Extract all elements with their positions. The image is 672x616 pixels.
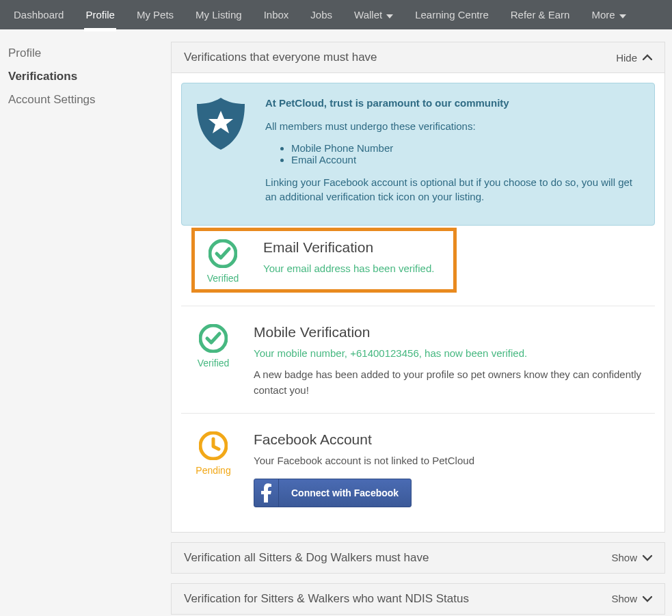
verification-message: Your email address has been verified. (263, 261, 446, 276)
trust-info-box: At PetCloud, trust is paramount to our c… (181, 83, 655, 226)
toggle-label: Show (611, 593, 637, 604)
nav-more[interactable]: More (580, 0, 636, 29)
panel-everyone: Verifications that everyone must have Hi… (171, 42, 665, 533)
nav-label: Jobs (310, 9, 332, 21)
caret-down-icon (386, 9, 393, 21)
chevron-down-icon (643, 595, 652, 602)
panel-title: Verification for Sitters & Walkers who w… (184, 592, 469, 606)
status-label: Verified (207, 273, 239, 284)
panel-sitters-walkers: Verification all Sitters & Dog Walkers m… (171, 542, 665, 574)
chevron-down-icon (643, 554, 652, 561)
nav-my-pets[interactable]: My Pets (126, 0, 185, 29)
status-label: Verified (198, 358, 230, 369)
clock-circle-icon (199, 431, 228, 462)
panel-toggle: Hide (616, 52, 652, 64)
nav-label: My Pets (137, 9, 174, 21)
check-circle-icon (209, 239, 237, 270)
sidebar-item-verifications[interactable]: Verifications (7, 65, 157, 88)
shield-star-icon (194, 96, 247, 213)
nav-label: Dashboard (14, 9, 64, 21)
verification-description: A new badge has been added to your profi… (254, 367, 644, 398)
nav-learning-centre[interactable]: Learning Centre (404, 0, 500, 29)
verification-message: Your mobile number, +61400123456, has no… (254, 346, 644, 360)
caret-down-icon (619, 9, 626, 21)
main-content: Verifications that everyone must have Hi… (171, 42, 665, 616)
facebook-icon (254, 479, 279, 507)
panel-title: Verifications that everyone must have (184, 51, 377, 64)
sidebar-item-profile[interactable]: Profile (7, 42, 157, 65)
nav-label: My Listing (196, 9, 242, 21)
check-circle-icon (199, 324, 228, 355)
toggle-label: Show (611, 552, 637, 563)
panel-toggle: Show (611, 593, 652, 604)
button-label: Connect with Facebook (279, 479, 411, 507)
sidebar: Profile Verifications Account Settings (7, 42, 171, 616)
top-nav: Dashboard Profile My Pets My Listing Inb… (0, 0, 672, 29)
panel-ndis: Verification for Sitters & Walkers who w… (171, 583, 665, 615)
verification-title: Mobile Verification (254, 324, 644, 340)
nav-profile[interactable]: Profile (75, 0, 126, 29)
nav-my-listing[interactable]: My Listing (185, 0, 253, 29)
info-line1: All members must undergo these verificat… (265, 119, 639, 134)
toggle-label: Hide (616, 52, 637, 64)
nav-inbox[interactable]: Inbox (253, 0, 300, 29)
panel-header-everyone[interactable]: Verifications that everyone must have Hi… (172, 42, 664, 73)
info-line2: Linking your Facebook account is optiona… (265, 175, 639, 205)
info-bullet: Mobile Phone Number (291, 142, 639, 154)
nav-refer-earn[interactable]: Refer & Earn (500, 0, 581, 29)
chevron-up-icon (643, 54, 652, 61)
info-bullet: Email Account (291, 154, 639, 165)
nav-dashboard[interactable]: Dashboard (3, 0, 75, 29)
nav-label: Inbox (264, 9, 289, 21)
verification-description: Your Facebook account is not linked to P… (254, 453, 644, 469)
panel-toggle: Show (611, 552, 652, 563)
panel-title: Verification all Sitters & Dog Walkers m… (184, 551, 429, 565)
nav-label: Learning Centre (415, 9, 489, 21)
panel-header-sitters[interactable]: Verification all Sitters & Dog Walkers m… (172, 543, 664, 573)
verification-title: Facebook Account (254, 431, 644, 448)
status-label: Pending (196, 465, 230, 476)
verification-email: Verified Email Verification Your email a… (193, 230, 455, 291)
connect-facebook-button[interactable]: Connect with Facebook (254, 479, 412, 507)
nav-label: Wallet (354, 9, 382, 21)
nav-label: Refer & Earn (511, 9, 570, 21)
verification-title: Email Verification (263, 239, 446, 256)
panel-header-ndis[interactable]: Verification for Sitters & Walkers who w… (172, 584, 664, 614)
sidebar-item-account-settings[interactable]: Account Settings (7, 88, 157, 111)
verification-facebook: Pending Facebook Account Your Facebook a… (181, 413, 655, 522)
nav-label: More (591, 9, 615, 21)
nav-label: Profile (85, 9, 115, 21)
nav-jobs[interactable]: Jobs (299, 0, 343, 29)
nav-wallet[interactable]: Wallet (343, 0, 404, 29)
info-heading: At PetCloud, trust is paramount to our c… (265, 97, 509, 109)
verification-mobile: Verified Mobile Verification Your mobile… (181, 306, 655, 413)
